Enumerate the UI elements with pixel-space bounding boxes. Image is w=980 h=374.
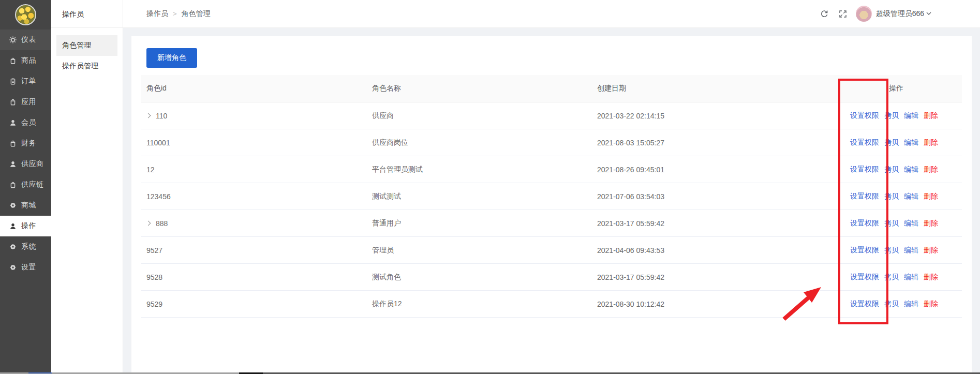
created-date: 2021-08-30 10:12:42 <box>597 300 850 308</box>
expand-icon[interactable] <box>146 221 151 226</box>
topbar: 操作员 > 角色管理 超级管理员666 <box>123 0 980 28</box>
action-set-permission-link[interactable]: 设置权限 <box>850 246 879 255</box>
submenu-item-role-management[interactable]: 角色管理 <box>56 35 117 56</box>
action-delete-link[interactable]: 删除 <box>924 192 938 201</box>
action-delete-link[interactable]: 删除 <box>924 246 938 255</box>
secondary-sidebar: 操作员 角色管理操作员管理 <box>51 0 123 374</box>
action-edit-link[interactable]: 编辑 <box>904 273 918 282</box>
bag-icon <box>9 140 17 147</box>
table-row: 9528测试角色2021-03-17 05:59:42设置权限拷贝编辑删除 <box>141 264 962 291</box>
row-actions: 设置权限拷贝编辑删除 <box>850 165 962 174</box>
action-copy-link[interactable]: 拷贝 <box>884 138 899 147</box>
main-area: 新增角色 角色id 角色名称 创建日期 操作 110供应商2021-03-22 … <box>123 28 980 374</box>
sidebar-item-operations[interactable]: 操作 <box>0 216 51 236</box>
action-set-permission-link[interactable]: 设置权限 <box>850 138 879 147</box>
column-header-actions: 操作 <box>850 84 962 93</box>
action-edit-link[interactable]: 编辑 <box>904 246 918 255</box>
sidebar-item-goods[interactable]: 商品 <box>0 50 51 71</box>
sidebar-item-mall[interactable]: 商城 <box>0 195 51 216</box>
role-name: 普通用户 <box>372 219 597 228</box>
breadcrumb-item-role-management: 角色管理 <box>182 9 211 19</box>
action-edit-link[interactable]: 编辑 <box>904 138 918 147</box>
role-id: 9527 <box>146 246 162 255</box>
sidebar-item-system[interactable]: 系统 <box>0 236 51 257</box>
column-header-role-name: 角色名称 <box>372 84 597 93</box>
action-set-permission-link[interactable]: 设置权限 <box>850 273 879 282</box>
content-card: 新增角色 角色id 角色名称 创建日期 操作 110供应商2021-03-22 … <box>131 36 972 374</box>
sidebar-item-suppliers[interactable]: 供应商 <box>0 154 51 174</box>
role-id: 888 <box>156 219 168 228</box>
row-actions: 设置权限拷贝编辑删除 <box>850 273 962 282</box>
created-date: 2021-04-06 09:43:53 <box>597 246 850 255</box>
action-copy-link[interactable]: 拷贝 <box>884 300 899 309</box>
bag-icon <box>9 98 17 106</box>
action-delete-link[interactable]: 删除 <box>924 138 938 147</box>
action-set-permission-link[interactable]: 设置权限 <box>850 192 879 201</box>
role-id: 110 <box>156 112 167 120</box>
action-set-permission-link[interactable]: 设置权限 <box>850 300 879 309</box>
gear-icon <box>9 243 17 250</box>
action-copy-link[interactable]: 拷贝 <box>884 246 899 255</box>
user-icon <box>9 119 17 126</box>
action-delete-link[interactable]: 删除 <box>924 273 938 282</box>
sidebar-item-settings[interactable]: 设置 <box>0 257 51 278</box>
action-set-permission-link[interactable]: 设置权限 <box>850 219 879 228</box>
action-set-permission-link[interactable]: 设置权限 <box>850 111 879 121</box>
action-edit-link[interactable]: 编辑 <box>904 165 918 174</box>
submenu-item-operator-management[interactable]: 操作员管理 <box>56 56 117 77</box>
submenu-title: 操作员 <box>51 0 123 28</box>
topbar-actions: 超级管理员666 <box>820 6 980 22</box>
action-edit-link[interactable]: 编辑 <box>904 300 918 309</box>
add-role-button[interactable]: 新增角色 <box>146 48 197 68</box>
action-copy-link[interactable]: 拷贝 <box>884 111 899 121</box>
table-header-row: 角色id 角色名称 创建日期 操作 <box>141 75 962 102</box>
row-actions: 设置权限拷贝编辑删除 <box>850 219 962 228</box>
column-header-created: 创建日期 <box>597 84 850 93</box>
action-delete-link[interactable]: 删除 <box>924 111 938 121</box>
user-icon <box>9 160 17 168</box>
refresh-icon[interactable] <box>820 10 828 18</box>
table-body: 110供应商2021-03-22 02:14:15设置权限拷贝编辑删除11000… <box>141 102 962 318</box>
created-date: 2021-03-17 05:59:42 <box>597 219 850 228</box>
action-copy-link[interactable]: 拷贝 <box>884 165 899 174</box>
action-delete-link[interactable]: 删除 <box>924 219 938 228</box>
role-id: 110001 <box>146 139 170 147</box>
strip-blue-fragment <box>28 372 52 373</box>
sidebar-item-members[interactable]: 会员 <box>0 112 51 133</box>
row-actions: 设置权限拷贝编辑删除 <box>850 246 962 255</box>
breadcrumb-item-operator[interactable]: 操作员 <box>146 9 168 19</box>
sidebar-item-apps[interactable]: 应用 <box>0 92 51 112</box>
action-delete-link[interactable]: 删除 <box>924 300 938 309</box>
role-name: 供应商 <box>372 111 597 121</box>
chevron-down-icon[interactable] <box>926 12 931 16</box>
role-id: 9529 <box>146 300 162 308</box>
table-row: 110供应商2021-03-22 02:14:15设置权限拷贝编辑删除 <box>141 102 962 129</box>
sidebar-item-orders[interactable]: 订单 <box>0 71 51 92</box>
action-edit-link[interactable]: 编辑 <box>904 111 918 121</box>
action-copy-link[interactable]: 拷贝 <box>884 192 899 201</box>
roles-table: 角色id 角色名称 创建日期 操作 110供应商2021-03-22 02:14… <box>141 75 962 318</box>
action-copy-link[interactable]: 拷贝 <box>884 273 899 282</box>
action-edit-link[interactable]: 编辑 <box>904 219 918 228</box>
table-row: 12平台管理员测试2021-08-26 09:45:01设置权限拷贝编辑删除 <box>141 156 962 183</box>
action-copy-link[interactable]: 拷贝 <box>884 219 899 228</box>
sidebar-item-supply-chain[interactable]: 供应链 <box>0 174 51 195</box>
created-date: 2021-03-22 02:14:15 <box>597 112 850 120</box>
sidebar-item-dashboard[interactable]: 仪表 <box>0 29 51 50</box>
row-actions: 设置权限拷贝编辑删除 <box>850 300 962 309</box>
user-name[interactable]: 超级管理员666 <box>876 9 924 19</box>
row-actions: 设置权限拷贝编辑删除 <box>850 192 962 201</box>
breadcrumb: 操作员 > 角色管理 <box>123 9 211 19</box>
action-edit-link[interactable]: 编辑 <box>904 192 918 201</box>
flower-logo[interactable] <box>15 4 36 25</box>
user-avatar[interactable] <box>856 6 872 22</box>
sidebar-item-finance[interactable]: 财务 <box>0 133 51 154</box>
action-set-permission-link[interactable]: 设置权限 <box>850 165 879 174</box>
role-name: 测试测试 <box>372 192 597 201</box>
fullscreen-icon[interactable] <box>839 10 847 18</box>
table-row: 9527管理员2021-04-06 09:43:53设置权限拷贝编辑删除 <box>141 237 962 264</box>
role-name: 测试角色 <box>372 273 597 282</box>
bag-icon <box>9 57 17 64</box>
action-delete-link[interactable]: 删除 <box>924 165 938 174</box>
expand-icon[interactable] <box>146 113 151 118</box>
